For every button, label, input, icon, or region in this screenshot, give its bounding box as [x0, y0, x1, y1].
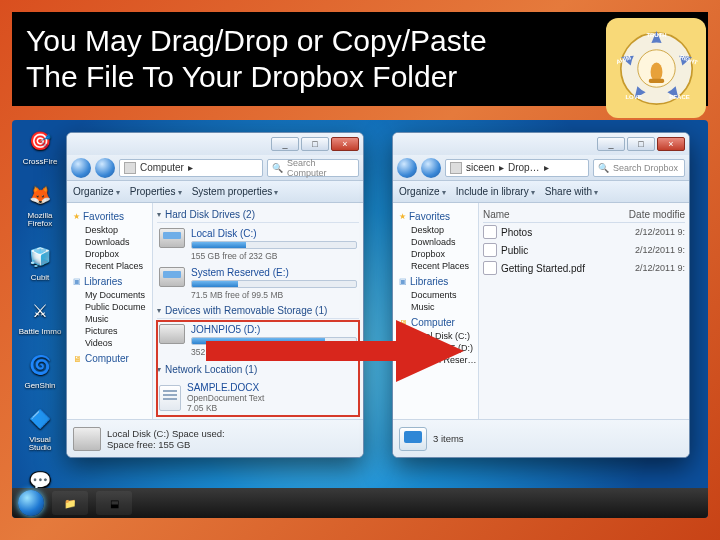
drive-icon — [73, 427, 101, 451]
nav-libraries-header[interactable]: Libraries — [399, 276, 478, 287]
drive-item[interactable]: System Reserved (E:) 71.5 MB free of 99.… — [157, 264, 359, 303]
nav-libraries-header[interactable]: Libraries — [73, 276, 152, 287]
nav-favorites-header[interactable]: Favorites — [399, 211, 478, 222]
col-date[interactable]: Date modifie — [615, 209, 685, 220]
nav-item[interactable]: Music — [71, 313, 152, 325]
nav-item[interactable]: JOHNTIQ5 (D:) — [397, 342, 478, 354]
nav-forward-button[interactable] — [95, 158, 115, 178]
nav-back-button[interactable] — [71, 158, 91, 178]
breadcrumb-seg[interactable]: siceen — [466, 162, 495, 173]
window-max-button[interactable]: □ — [301, 137, 329, 151]
cmd-include-in-library[interactable]: Include in library — [456, 186, 535, 197]
list-item[interactable]: Getting Started.pdf 2/12/2011 9: — [483, 259, 685, 277]
cmd-organize[interactable]: Organize — [73, 186, 120, 197]
drive-name: JOHNPIO5 (D:) — [191, 324, 357, 335]
nav-pane[interactable]: FavoritesDesktopDownloadsDropboxRecent P… — [393, 203, 479, 419]
status-text: 3 items — [433, 433, 464, 444]
nav-item[interactable]: Public Docume — [71, 301, 152, 313]
nav-item[interactable]: Recent Places — [397, 260, 478, 272]
nav-computer-header[interactable]: Computer — [73, 353, 152, 364]
section-header[interactable]: Hard Disk Drives (2) — [157, 207, 359, 223]
window-close-button[interactable]: × — [331, 137, 359, 151]
svg-text:LOVE: LOVE — [625, 94, 641, 100]
usb-icon — [159, 324, 185, 344]
search-input[interactable]: 🔍 Search Computer — [267, 159, 359, 177]
list-item[interactable]: Photos 2/12/2011 9: — [483, 223, 685, 241]
breadcrumb[interactable]: Computer ▸ — [119, 159, 263, 177]
app-icon: 🦊 — [25, 180, 55, 210]
shortcut-label: Mozilla Firefox — [18, 212, 62, 228]
app-icon: 🔷 — [25, 404, 55, 434]
slide-title-line2: The File To Your Dropbox Folder — [26, 60, 457, 93]
nav-item[interactable]: Local Disk (C:) — [397, 330, 478, 342]
nav-item[interactable]: System Reserved — [397, 354, 478, 366]
cmd-system-properties[interactable]: System properties — [192, 186, 279, 197]
nav-item[interactable]: My Documents — [71, 289, 152, 301]
window-titlebar[interactable]: _ □ × — [67, 133, 363, 155]
nav-item[interactable]: Documents — [397, 289, 478, 301]
nav-item[interactable]: Downloads — [71, 236, 152, 248]
breadcrumb-seg[interactable]: Drop… — [508, 162, 540, 173]
nav-forward-button[interactable] — [421, 158, 441, 178]
nav-back-button[interactable] — [397, 158, 417, 178]
col-name[interactable]: Name — [483, 209, 615, 220]
nav-item[interactable]: Pictures — [71, 325, 152, 337]
window-close-button[interactable]: × — [657, 137, 685, 151]
computer-icon — [124, 162, 136, 174]
nav-item[interactable]: Recent Places — [71, 260, 152, 272]
content-pane[interactable]: Name Date modifie Photos 2/12/2011 9: Pu… — [479, 203, 689, 419]
window-max-button[interactable]: □ — [627, 137, 655, 151]
file-name: SAMPLE.DOCX — [187, 382, 264, 393]
start-button[interactable] — [18, 490, 44, 516]
item-icon — [483, 225, 497, 239]
column-headers[interactable]: Name Date modifie — [483, 207, 685, 223]
file-item[interactable]: SAMPLE.DOCX OpenDocument Text 7.05 KB — [157, 379, 359, 416]
drive-info: 71.5 MB free of 99.5 MB — [191, 290, 357, 300]
desktop-shortcut[interactable]: ⚔ Battle Immo — [18, 296, 62, 336]
window-titlebar[interactable]: _ □ × — [393, 133, 689, 155]
desktop-shortcut[interactable]: 🔷 Visual Studio — [18, 404, 62, 452]
search-input[interactable]: 🔍 Search Dropbox — [593, 159, 685, 177]
taskbar-dropbox-button[interactable]: ⬓ — [96, 491, 132, 515]
desktop-shortcut[interactable]: 🧊 Cubit — [18, 242, 62, 282]
shortcut-label: Battle Immo — [19, 328, 62, 336]
nav-item[interactable]: Downloads — [397, 236, 478, 248]
nav-item[interactable]: Desktop — [397, 224, 478, 236]
breadcrumb[interactable]: siceen ▸ Drop… ▸ — [445, 159, 589, 177]
shortcut-label: Cubit — [31, 274, 50, 282]
list-item[interactable]: Public 2/12/2011 9: — [483, 241, 685, 259]
svg-text:TRUTH: TRUTH — [646, 32, 666, 38]
desktop-shortcut[interactable]: 🦊 Mozilla Firefox — [18, 180, 62, 228]
search-placeholder: Search Computer — [287, 158, 354, 178]
breadcrumb-seg[interactable]: Computer — [140, 162, 184, 173]
nav-item[interactable]: Videos — [71, 337, 152, 349]
cmd-organize[interactable]: Organize — [399, 186, 446, 197]
item-name: Getting Started.pdf — [501, 263, 615, 274]
desktop-shortcut[interactable]: 🎯 CrossFire — [18, 126, 62, 166]
hdd-icon — [159, 228, 185, 248]
taskbar-explorer-button[interactable]: 📁 — [52, 491, 88, 515]
drive-item[interactable]: Local Disk (C:) 155 GB free of 232 GB — [157, 225, 359, 264]
drive-item[interactable]: JOHNPIO5 (D:) 352 MB free of 1.85 GB — [157, 321, 359, 360]
folder-icon — [450, 162, 462, 174]
cmd-share-with[interactable]: Share with — [545, 186, 598, 197]
explorer-window-dropbox[interactable]: _ □ × siceen ▸ Drop… ▸ 🔍 Search Dropbox … — [392, 132, 690, 458]
nav-item[interactable]: Music — [397, 301, 478, 313]
nav-computer-header[interactable]: Computer — [399, 317, 478, 328]
window-min-button[interactable]: _ — [271, 137, 299, 151]
section-header[interactable]: Devices with Removable Storage (1) — [157, 303, 359, 319]
window-min-button[interactable]: _ — [597, 137, 625, 151]
nav-item[interactable]: Dropbox — [71, 248, 152, 260]
nav-item[interactable]: Desktop — [71, 224, 152, 236]
status-line2: Space free: — [107, 439, 156, 450]
nav-favorites-header[interactable]: Favorites — [73, 211, 152, 222]
taskbar[interactable]: 📁 ⬓ — [12, 488, 708, 518]
explorer-body: FavoritesDesktopDownloadsDropboxRecent P… — [67, 203, 363, 419]
explorer-window-computer[interactable]: _ □ × Computer ▸ 🔍 Search Computer Organ… — [66, 132, 364, 458]
nav-pane[interactable]: FavoritesDesktopDownloadsDropboxRecent P… — [67, 203, 153, 419]
nav-item[interactable]: Dropbox — [397, 248, 478, 260]
content-pane[interactable]: Hard Disk Drives (2) Local Disk (C:) 155… — [153, 203, 363, 419]
section-header[interactable]: Network Location (1) — [157, 360, 359, 377]
cmd-properties[interactable]: Properties — [130, 186, 182, 197]
desktop-shortcut[interactable]: 🌀 GenShin — [18, 350, 62, 390]
